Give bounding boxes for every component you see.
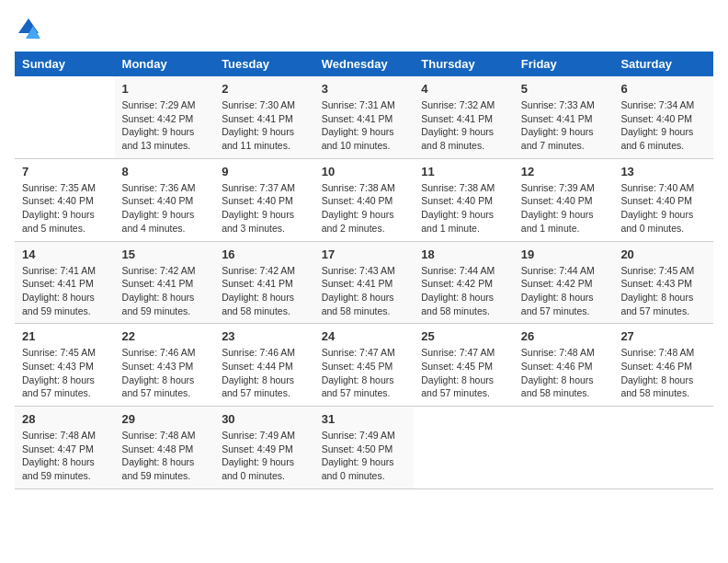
day-info: Sunrise: 7:45 AM Sunset: 4:43 PM Dayligh…: [22, 346, 108, 400]
day-number: 1: [122, 82, 208, 96]
calendar-cell: 1Sunrise: 7:29 AM Sunset: 4:42 PM Daylig…: [115, 76, 215, 158]
day-number: 28: [22, 412, 108, 426]
calendar-cell: 16Sunrise: 7:42 AM Sunset: 4:41 PM Dayli…: [214, 241, 314, 324]
day-number: 15: [122, 247, 208, 261]
calendar-cell: 17Sunrise: 7:43 AM Sunset: 4:41 PM Dayli…: [314, 241, 415, 324]
calendar-cell: 23Sunrise: 7:46 AM Sunset: 4:44 PM Dayli…: [214, 324, 314, 407]
header-row: SundayMondayTuesdayWednesdayThursdayFrid…: [15, 52, 713, 76]
day-number: 5: [521, 82, 607, 96]
calendar-cell: 26Sunrise: 7:48 AM Sunset: 4:46 PM Dayli…: [514, 324, 614, 407]
day-number: 18: [421, 247, 506, 261]
day-number: 31: [322, 412, 407, 426]
calendar-cell: 30Sunrise: 7:49 AM Sunset: 4:49 PM Dayli…: [214, 407, 314, 489]
page-header: [15, 15, 713, 42]
day-info: Sunrise: 7:32 AM Sunset: 4:41 PM Dayligh…: [421, 98, 506, 153]
day-info: Sunrise: 7:44 AM Sunset: 4:42 PM Dayligh…: [421, 264, 506, 318]
day-info: Sunrise: 7:48 AM Sunset: 4:46 PM Dayligh…: [620, 346, 706, 400]
day-info: Sunrise: 7:37 AM Sunset: 4:40 PM Dayligh…: [222, 181, 307, 236]
day-info: Sunrise: 7:43 AM Sunset: 4:41 PM Dayligh…: [322, 264, 407, 318]
calendar-cell: 3Sunrise: 7:31 AM Sunset: 4:41 PM Daylig…: [314, 76, 415, 158]
calendar-week-row: 7Sunrise: 7:35 AM Sunset: 4:40 PM Daylig…: [15, 158, 713, 241]
day-number: 2: [222, 82, 307, 96]
calendar-cell: 9Sunrise: 7:37 AM Sunset: 4:40 PM Daylig…: [214, 158, 314, 241]
calendar-cell: 19Sunrise: 7:44 AM Sunset: 4:42 PM Dayli…: [514, 241, 614, 324]
calendar-cell: 22Sunrise: 7:46 AM Sunset: 4:43 PM Dayli…: [115, 324, 215, 407]
day-number: 20: [620, 247, 706, 261]
calendar-cell: 31Sunrise: 7:49 AM Sunset: 4:50 PM Dayli…: [314, 407, 415, 489]
calendar-cell: 14Sunrise: 7:41 AM Sunset: 4:41 PM Dayli…: [15, 241, 115, 324]
day-number: 27: [620, 329, 706, 343]
calendar-cell: 6Sunrise: 7:34 AM Sunset: 4:40 PM Daylig…: [613, 76, 713, 158]
day-number: 16: [222, 247, 307, 261]
day-info: Sunrise: 7:38 AM Sunset: 4:40 PM Dayligh…: [421, 181, 506, 236]
calendar-cell: 18Sunrise: 7:44 AM Sunset: 4:42 PM Dayli…: [414, 241, 514, 324]
day-number: 3: [322, 82, 407, 96]
day-number: 11: [421, 165, 506, 178]
day-info: Sunrise: 7:47 AM Sunset: 4:45 PM Dayligh…: [421, 346, 506, 400]
day-info: Sunrise: 7:40 AM Sunset: 4:40 PM Dayligh…: [620, 181, 706, 236]
day-number: 7: [22, 165, 108, 178]
calendar-cell: 12Sunrise: 7:39 AM Sunset: 4:40 PM Dayli…: [514, 158, 614, 241]
day-info: Sunrise: 7:48 AM Sunset: 4:47 PM Dayligh…: [22, 429, 108, 483]
calendar-cell: 29Sunrise: 7:48 AM Sunset: 4:48 PM Dayli…: [115, 407, 215, 489]
day-info: Sunrise: 7:46 AM Sunset: 4:44 PM Dayligh…: [222, 346, 307, 400]
calendar-cell: [414, 407, 514, 489]
day-number: 8: [122, 165, 208, 178]
calendar-cell: 27Sunrise: 7:48 AM Sunset: 4:46 PM Dayli…: [613, 324, 713, 407]
day-number: 6: [620, 82, 706, 96]
day-number: 23: [222, 329, 307, 343]
day-header: Tuesday: [214, 52, 314, 76]
day-number: 10: [322, 165, 407, 178]
day-info: Sunrise: 7:42 AM Sunset: 4:41 PM Dayligh…: [222, 264, 307, 318]
calendar-cell: [15, 76, 115, 158]
day-info: Sunrise: 7:48 AM Sunset: 4:48 PM Dayligh…: [122, 429, 208, 483]
calendar-week-row: 28Sunrise: 7:48 AM Sunset: 4:47 PM Dayli…: [15, 407, 713, 489]
day-number: 14: [22, 247, 108, 261]
calendar-week-row: 21Sunrise: 7:45 AM Sunset: 4:43 PM Dayli…: [15, 324, 713, 407]
day-header: Thursday: [414, 52, 514, 76]
logo: [15, 15, 46, 42]
day-info: Sunrise: 7:41 AM Sunset: 4:41 PM Dayligh…: [22, 264, 108, 318]
day-info: Sunrise: 7:47 AM Sunset: 4:45 PM Dayligh…: [322, 346, 407, 400]
calendar-cell: 2Sunrise: 7:30 AM Sunset: 4:41 PM Daylig…: [214, 76, 314, 158]
day-info: Sunrise: 7:33 AM Sunset: 4:41 PM Dayligh…: [521, 98, 607, 153]
calendar-week-row: 1Sunrise: 7:29 AM Sunset: 4:42 PM Daylig…: [15, 76, 713, 158]
day-info: Sunrise: 7:45 AM Sunset: 4:43 PM Dayligh…: [620, 264, 706, 318]
day-header: Monday: [115, 52, 215, 76]
day-info: Sunrise: 7:42 AM Sunset: 4:41 PM Dayligh…: [122, 264, 208, 318]
day-number: 29: [122, 412, 208, 426]
day-number: 25: [421, 329, 506, 343]
day-info: Sunrise: 7:39 AM Sunset: 4:40 PM Dayligh…: [521, 181, 607, 236]
day-number: 12: [521, 165, 607, 178]
day-info: Sunrise: 7:48 AM Sunset: 4:46 PM Dayligh…: [521, 346, 607, 400]
day-info: Sunrise: 7:49 AM Sunset: 4:49 PM Dayligh…: [222, 429, 307, 483]
calendar-cell: 11Sunrise: 7:38 AM Sunset: 4:40 PM Dayli…: [414, 158, 514, 241]
day-info: Sunrise: 7:31 AM Sunset: 4:41 PM Dayligh…: [322, 98, 407, 153]
day-info: Sunrise: 7:36 AM Sunset: 4:40 PM Dayligh…: [122, 181, 208, 236]
calendar-cell: 20Sunrise: 7:45 AM Sunset: 4:43 PM Dayli…: [613, 241, 713, 324]
calendar-table: SundayMondayTuesdayWednesdayThursdayFrid…: [15, 52, 713, 489]
day-info: Sunrise: 7:34 AM Sunset: 4:40 PM Dayligh…: [620, 98, 706, 153]
day-number: 9: [222, 165, 307, 178]
day-number: 4: [421, 82, 506, 96]
day-info: Sunrise: 7:46 AM Sunset: 4:43 PM Dayligh…: [122, 346, 208, 400]
day-number: 13: [620, 165, 706, 178]
calendar-cell: [613, 407, 713, 489]
calendar-cell: [514, 407, 614, 489]
day-info: Sunrise: 7:44 AM Sunset: 4:42 PM Dayligh…: [521, 264, 607, 318]
day-info: Sunrise: 7:49 AM Sunset: 4:50 PM Dayligh…: [322, 429, 407, 483]
day-header: Friday: [514, 52, 614, 76]
calendar-cell: 25Sunrise: 7:47 AM Sunset: 4:45 PM Dayli…: [414, 324, 514, 407]
day-number: 26: [521, 329, 607, 343]
logo-icon: [15, 15, 42, 42]
calendar-cell: 7Sunrise: 7:35 AM Sunset: 4:40 PM Daylig…: [15, 158, 115, 241]
calendar-cell: 4Sunrise: 7:32 AM Sunset: 4:41 PM Daylig…: [414, 76, 514, 158]
day-info: Sunrise: 7:29 AM Sunset: 4:42 PM Dayligh…: [122, 98, 208, 153]
calendar-cell: 13Sunrise: 7:40 AM Sunset: 4:40 PM Dayli…: [613, 158, 713, 241]
day-header: Saturday: [613, 52, 713, 76]
day-header: Sunday: [15, 52, 115, 76]
calendar-cell: 10Sunrise: 7:38 AM Sunset: 4:40 PM Dayli…: [314, 158, 415, 241]
calendar-week-row: 14Sunrise: 7:41 AM Sunset: 4:41 PM Dayli…: [15, 241, 713, 324]
day-number: 24: [322, 329, 407, 343]
day-number: 17: [322, 247, 407, 261]
